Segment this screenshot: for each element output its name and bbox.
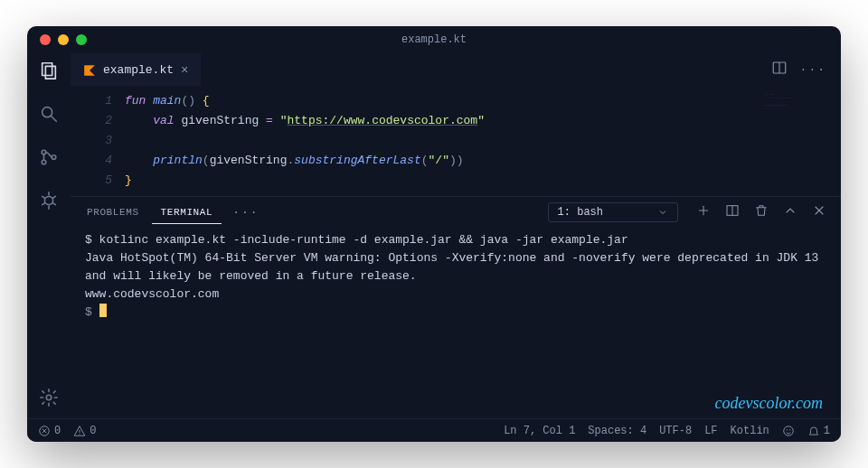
terminal-cursor bbox=[99, 304, 107, 317]
status-bar: 0 0 Ln 7, Col 1 Spaces: 4 UTF-8 LF Kotli… bbox=[27, 418, 841, 442]
editor[interactable]: 1 2 3 4 5 fun main() { val givenString =… bbox=[71, 86, 841, 196]
svg-line-11 bbox=[53, 203, 56, 205]
close-tab-icon[interactable]: × bbox=[181, 63, 188, 78]
terminal-output[interactable]: $ kotlinc example.kt -include-runtime -d… bbox=[71, 228, 841, 331]
split-terminal-icon[interactable] bbox=[725, 203, 740, 221]
status-encoding[interactable]: UTF-8 bbox=[659, 425, 692, 437]
svg-point-29 bbox=[787, 429, 788, 430]
svg-line-13 bbox=[53, 196, 56, 198]
svg-line-12 bbox=[42, 203, 45, 205]
svg-rect-1 bbox=[45, 66, 55, 79]
vscode-window: example.kt example.kt × ··· bbox=[27, 26, 841, 442]
chevron-down-icon bbox=[657, 207, 668, 218]
status-errors[interactable]: 0 bbox=[38, 425, 61, 437]
tab-label: example.kt bbox=[103, 63, 174, 77]
more-actions-icon[interactable]: ··· bbox=[800, 63, 826, 77]
kill-terminal-icon[interactable] bbox=[754, 203, 769, 221]
watermark: codevscolor.com bbox=[715, 394, 823, 413]
maximize-panel-icon[interactable] bbox=[783, 203, 797, 221]
status-eol[interactable]: LF bbox=[704, 425, 717, 437]
tab-example-kt[interactable]: example.kt × bbox=[71, 53, 201, 86]
status-cursor-pos[interactable]: Ln 7, Col 1 bbox=[504, 425, 575, 437]
terminal-select[interactable]: 1: bash bbox=[548, 202, 678, 222]
status-indent[interactable]: Spaces: 4 bbox=[588, 425, 646, 437]
minimap[interactable]: ▬▬ ▬▬▬ ▬ ▬ ▬▬▬▬▬ ▬ ▬▬▬▬▬▬▬ ▬▬▬▬▬▬▬▬▬▬▬▬▬… bbox=[760, 86, 841, 196]
kotlin-file-icon bbox=[83, 64, 96, 77]
status-feedback-icon[interactable] bbox=[782, 425, 795, 437]
status-warnings[interactable]: 0 bbox=[73, 425, 96, 437]
terminal-select-label: 1: bash bbox=[558, 206, 603, 219]
panel-overflow-icon[interactable]: ··· bbox=[225, 206, 266, 220]
tab-bar: example.kt × ··· bbox=[71, 53, 841, 86]
svg-line-3 bbox=[52, 117, 57, 122]
status-notifications[interactable]: 1 bbox=[807, 425, 830, 437]
titlebar: example.kt bbox=[27, 26, 841, 53]
tab-terminal[interactable]: TERMINAL bbox=[152, 201, 222, 224]
svg-rect-0 bbox=[42, 63, 52, 76]
svg-point-30 bbox=[789, 429, 790, 430]
bottom-panel: PROBLEMS TERMINAL ··· 1: bash bbox=[71, 196, 841, 331]
code-area[interactable]: fun main() { val givenString = "https://… bbox=[125, 86, 841, 196]
window-title: example.kt bbox=[27, 33, 841, 46]
svg-point-14 bbox=[46, 395, 52, 400]
line-numbers: 1 2 3 4 5 bbox=[71, 86, 125, 196]
tab-problems[interactable]: PROBLEMS bbox=[78, 201, 148, 223]
svg-point-28 bbox=[784, 426, 794, 435]
activity-bar bbox=[27, 53, 71, 418]
svg-point-2 bbox=[42, 108, 52, 117]
explorer-icon[interactable] bbox=[37, 59, 61, 82]
svg-point-7 bbox=[44, 196, 52, 204]
source-control-icon[interactable] bbox=[37, 145, 61, 169]
split-editor-icon[interactable] bbox=[771, 60, 788, 80]
settings-gear-icon[interactable] bbox=[37, 386, 61, 409]
new-terminal-icon[interactable] bbox=[696, 203, 711, 221]
status-language[interactable]: Kotlin bbox=[731, 425, 769, 437]
svg-line-10 bbox=[42, 196, 45, 198]
run-debug-icon[interactable] bbox=[37, 189, 61, 212]
close-panel-icon[interactable] bbox=[812, 203, 826, 221]
search-icon[interactable] bbox=[37, 102, 61, 126]
